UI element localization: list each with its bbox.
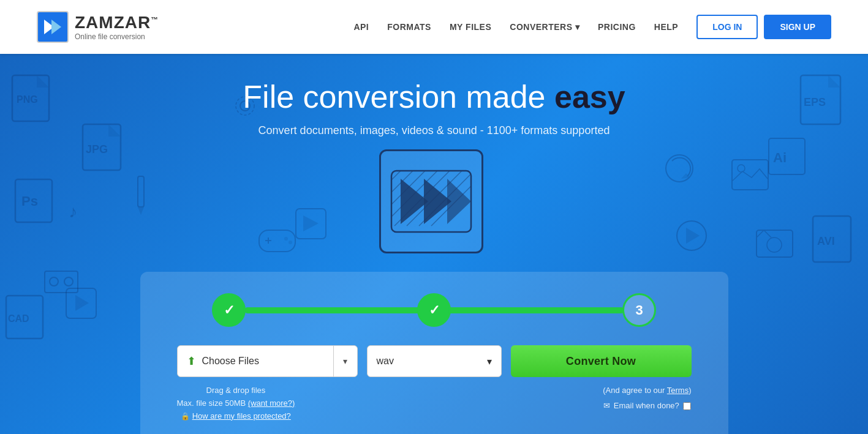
upload-icon: ⬆ <box>187 354 196 368</box>
email-checkbox-row: ✉ Email when done? <box>603 400 691 413</box>
music-note-icon: ♪ <box>67 198 92 222</box>
nav-formats[interactable]: FORMATS <box>387 22 431 32</box>
help-texts: Drag & drop files Max. file size 50MB (w… <box>171 384 698 422</box>
terms-link[interactable]: Terms <box>667 386 689 395</box>
signup-button[interactable]: SIGN UP <box>764 15 831 39</box>
login-button[interactable]: LOG IN <box>696 15 758 39</box>
controls-row: ⬆ Choose Files ▾ wav ▾ Convert Now <box>171 345 698 377</box>
svg-rect-2 <box>12 75 49 121</box>
ai-icon: Ai <box>767 137 807 176</box>
email-checkbox[interactable] <box>683 402 691 410</box>
svg-point-22 <box>64 277 73 286</box>
play-icon-right <box>675 219 709 253</box>
svg-rect-9 <box>83 124 121 170</box>
svg-rect-12 <box>801 75 840 124</box>
photo-icon <box>755 225 794 259</box>
center-play-icon <box>379 149 489 253</box>
play-icon-left <box>64 286 98 320</box>
nav-api[interactable]: API <box>353 22 369 32</box>
format-selector[interactable]: wav ▾ <box>367 345 502 377</box>
nav-buttons: LOG IN SIGN UP <box>696 15 831 39</box>
image-icon <box>730 158 770 192</box>
step-2-checkmark: ✓ <box>429 302 440 318</box>
eps-icon: EPS <box>798 72 850 130</box>
svg-marker-14 <box>828 75 840 88</box>
max-size-text: Max. file size 50MB (want more?) <box>177 397 295 410</box>
email-label: Email when done? <box>614 400 679 413</box>
svg-rect-40 <box>769 138 805 174</box>
gamepad-icon <box>257 225 297 256</box>
convert-now-button[interactable]: Convert Now <box>511 345 692 377</box>
logo-area: ZAMZAR™ Online file conversion <box>37 11 159 43</box>
lock-icon: 🔒 <box>181 412 190 421</box>
ps-icon: Ps <box>12 176 58 228</box>
png-icon: PNG <box>9 72 58 127</box>
hero-title: File conversion made easy <box>243 78 625 115</box>
svg-point-36 <box>677 221 706 250</box>
nav-pricing[interactable]: PRICING <box>598 22 636 32</box>
svg-marker-37 <box>686 228 700 244</box>
svg-rect-17 <box>138 176 144 207</box>
help-right: (And agree to our Terms) ✉ Email when do… <box>603 384 691 422</box>
hero-subtitle: Convert documents, images, videos & soun… <box>243 124 625 137</box>
svg-marker-4 <box>37 75 49 88</box>
svg-text:Ai: Ai <box>773 150 787 165</box>
svg-point-21 <box>50 277 58 286</box>
help-left: Drag & drop files Max. file size 50MB (w… <box>177 384 295 422</box>
choose-files-button[interactable]: ⬆ Choose Files ▾ <box>177 345 358 377</box>
svg-text:AVI: AVI <box>817 235 835 247</box>
svg-point-39 <box>738 165 745 172</box>
svg-rect-23 <box>66 288 96 318</box>
drag-drop-text: Drag & drop files <box>177 384 295 397</box>
svg-text:Ps: Ps <box>21 193 38 209</box>
nav-converters[interactable]: CONVERTERS ▾ <box>510 22 579 32</box>
navbar: ZAMZAR™ Online file conversion API FORMA… <box>0 0 868 54</box>
cad-icon: CAD <box>3 293 49 345</box>
svg-text:JPG: JPG <box>86 143 108 155</box>
want-more-link[interactable]: (want more?) <box>248 398 295 408</box>
dropdown-arrow[interactable]: ▾ <box>334 356 357 366</box>
terms-text: (And agree to our Terms) <box>603 384 691 397</box>
svg-rect-27 <box>259 230 295 252</box>
svg-marker-24 <box>75 295 89 311</box>
choose-files-main: ⬆ Choose Files <box>178 354 333 368</box>
format-value: wav <box>377 356 394 367</box>
logo-sub: Online file conversion <box>75 32 159 41</box>
svg-point-30 <box>284 237 288 241</box>
step-2-circle: ✓ <box>417 293 451 327</box>
steps-bar: ✓ ✓ 3 <box>171 293 698 327</box>
svg-rect-38 <box>732 160 768 190</box>
logo-icon[interactable] <box>37 11 69 43</box>
hero-section: PNG Ps CAD JPG EPS AVI <box>0 54 868 434</box>
svg-marker-11 <box>108 124 121 137</box>
converter-widget: ✓ ✓ 3 ⬆ Choose Files ▾ wav ▾ <box>140 272 728 434</box>
svg-rect-5 <box>15 179 52 222</box>
svg-rect-20 <box>45 271 78 293</box>
nav-help[interactable]: HELP <box>654 22 678 32</box>
step-3-circle: 3 <box>622 293 656 327</box>
svg-text:CAD: CAD <box>8 313 29 324</box>
logo-text: ZAMZAR™ Online file conversion <box>75 13 159 41</box>
nav-links: API FORMATS MY FILES CONVERTERS ▾ PRICIN… <box>353 22 678 32</box>
svg-text:PNG: PNG <box>17 94 38 105</box>
svg-point-34 <box>666 155 693 182</box>
format-chevron-icon: ▾ <box>487 356 492 367</box>
logo-name: ZAMZAR™ <box>75 13 159 32</box>
jpg-icon: JPG <box>80 121 129 176</box>
cassette-icon <box>43 268 80 296</box>
choose-files-label: Choose Files <box>202 356 259 367</box>
svg-point-43 <box>767 238 782 252</box>
step-1-checkmark: ✓ <box>224 302 235 318</box>
double-play-arrows <box>388 168 474 235</box>
protection-text: 🔒 How are my files protected? <box>177 410 295 423</box>
play-box <box>379 149 483 253</box>
svg-rect-15 <box>813 216 851 262</box>
svg-rect-32 <box>296 209 326 239</box>
svg-marker-33 <box>303 215 319 231</box>
nav-myfiles[interactable]: MY FILES <box>450 22 491 32</box>
chevron-down-icon: ▾ <box>575 22 580 32</box>
protection-link[interactable]: How are my files protected? <box>192 411 291 421</box>
svg-rect-7 <box>6 296 43 339</box>
svg-marker-18 <box>138 207 144 215</box>
logo-tm: ™ <box>151 15 159 24</box>
